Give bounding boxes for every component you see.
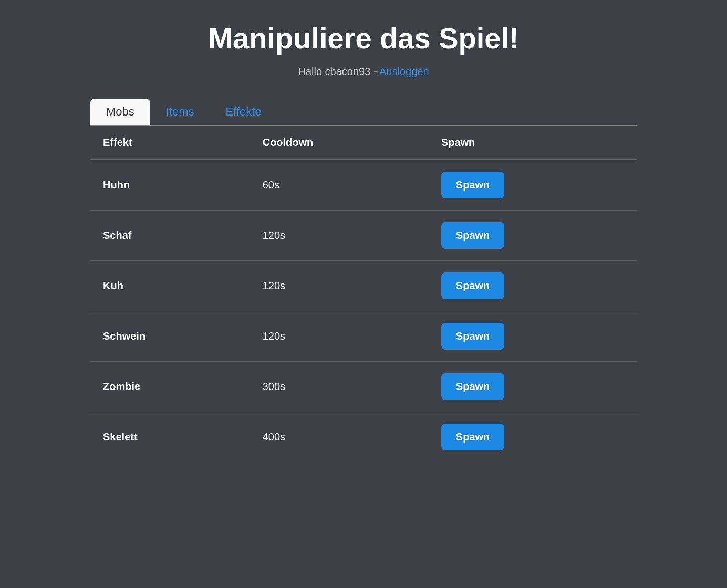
- mob-name: Kuh: [90, 261, 250, 311]
- mob-name: Zombie: [90, 362, 250, 412]
- spawn-cell: Spawn: [429, 412, 637, 463]
- logout-link[interactable]: Ausloggen: [379, 66, 429, 77]
- mob-cooldown: 120s: [250, 261, 429, 311]
- mob-name: Skelett: [90, 412, 250, 463]
- mob-cooldown: 120s: [250, 211, 429, 261]
- spawn-cell: Spawn: [429, 261, 637, 311]
- table-body: Huhn 60s Spawn Schaf 120s Spawn Kuh 120s: [90, 160, 637, 462]
- table-row: Huhn 60s Spawn: [90, 160, 637, 211]
- tab-effekte[interactable]: Effekte: [210, 99, 277, 125]
- page-container: Manipuliere das Spiel! Hallo cbacon93 - …: [48, 0, 679, 483]
- table-row: Schaf 120s Spawn: [90, 211, 637, 261]
- table-row: Skelett 400s Spawn: [90, 412, 637, 463]
- table-row: Zombie 300s Spawn: [90, 362, 637, 412]
- spawn-button[interactable]: Spawn: [441, 172, 504, 198]
- spawn-cell: Spawn: [429, 362, 637, 412]
- col-cooldown: Cooldown: [250, 126, 429, 160]
- table-row: Schwein 120s Spawn: [90, 311, 637, 362]
- mob-cooldown: 400s: [250, 412, 429, 463]
- mob-cooldown: 60s: [250, 160, 429, 211]
- col-effekt: Effekt: [90, 126, 250, 160]
- spawn-button[interactable]: Spawn: [441, 272, 504, 299]
- table-row: Kuh 120s Spawn: [90, 261, 637, 311]
- mob-cooldown: 300s: [250, 362, 429, 412]
- greeting-text: Hallo cbacon93 -: [298, 66, 379, 77]
- col-spawn: Spawn: [429, 126, 637, 160]
- spawn-cell: Spawn: [429, 311, 637, 362]
- tab-items[interactable]: Items: [150, 99, 210, 125]
- spawn-button[interactable]: Spawn: [441, 323, 504, 350]
- tab-bar: Mobs Items Effekte: [90, 99, 637, 126]
- tab-mobs[interactable]: Mobs: [90, 99, 150, 125]
- spawn-button[interactable]: Spawn: [441, 222, 504, 249]
- table-header: Effekt Cooldown Spawn: [90, 126, 637, 160]
- mobs-table-container: Effekt Cooldown Spawn Huhn 60s Spawn Sch…: [90, 126, 637, 462]
- spawn-cell: Spawn: [429, 160, 637, 211]
- mob-name: Huhn: [90, 160, 250, 211]
- spawn-cell: Spawn: [429, 211, 637, 261]
- spawn-button[interactable]: Spawn: [441, 373, 504, 400]
- mob-name: Schaf: [90, 211, 250, 261]
- mobs-table: Effekt Cooldown Spawn Huhn 60s Spawn Sch…: [90, 126, 637, 462]
- mob-name: Schwein: [90, 311, 250, 362]
- spawn-button[interactable]: Spawn: [441, 424, 504, 450]
- subtitle: Hallo cbacon93 - Ausloggen: [90, 66, 637, 78]
- page-title: Manipuliere das Spiel!: [90, 21, 637, 55]
- mob-cooldown: 120s: [250, 311, 429, 362]
